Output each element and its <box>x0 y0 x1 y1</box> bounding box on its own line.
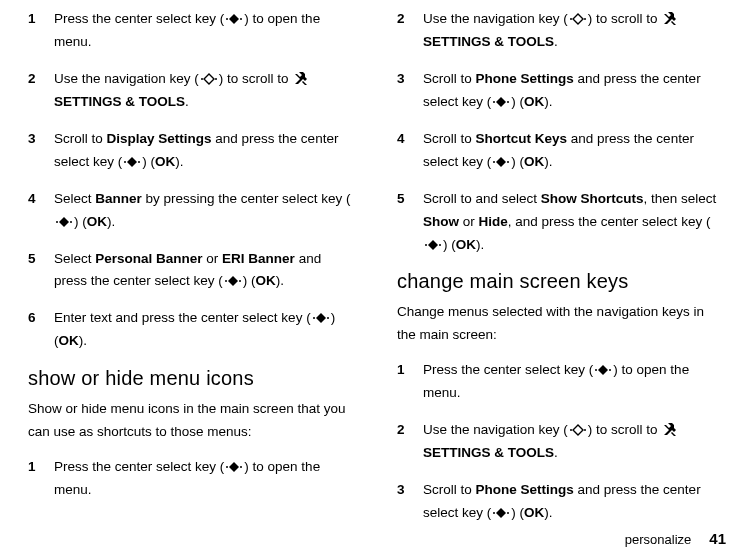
center-select-key-icon <box>224 275 242 287</box>
center-select-key-icon <box>492 96 510 108</box>
svg-point-2 <box>201 78 203 80</box>
instruction-step: 4Scroll to Shortcut Keys and press the c… <box>397 128 726 174</box>
svg-point-5 <box>138 161 140 163</box>
instruction-step: 3Scroll to Phone Settings and press the … <box>397 479 726 525</box>
step-text: Select Personal Banner or ERI Banner and… <box>54 248 357 294</box>
svg-point-1 <box>240 18 242 20</box>
center-select-key-icon <box>312 312 330 324</box>
footer: personalize41 <box>625 530 726 547</box>
step-text: Use the navigation key () to scroll to S… <box>54 68 357 114</box>
bold-term: OK <box>524 94 544 109</box>
step-number: 1 <box>28 456 54 502</box>
step-number: 3 <box>397 479 423 525</box>
instruction-step: 2Use the navigation key () to scroll to … <box>397 419 726 465</box>
svg-point-13 <box>240 466 242 468</box>
svg-point-21 <box>439 244 441 246</box>
svg-point-18 <box>493 161 495 163</box>
instruction-step: 1Press the center select key () to open … <box>397 359 726 405</box>
svg-point-24 <box>570 429 572 431</box>
bold-term: ERI Banner <box>222 251 295 266</box>
step-number: 5 <box>397 188 423 257</box>
svg-point-11 <box>327 317 329 319</box>
settings-tools-icon <box>662 12 678 26</box>
svg-point-4 <box>124 161 126 163</box>
step-number: 2 <box>397 8 423 54</box>
right-column: 2Use the navigation key () to scroll to … <box>397 8 726 539</box>
instruction-step: 4Select Banner by pressing the center se… <box>28 188 357 234</box>
settings-tools-icon <box>293 72 309 86</box>
step-number: 6 <box>28 307 54 353</box>
bold-term: SETTINGS & TOOLS <box>423 445 554 460</box>
step-number: 3 <box>397 68 423 114</box>
step-text: Select Banner by pressing the center sel… <box>54 188 357 234</box>
step-text: Enter text and press the center select k… <box>54 307 357 353</box>
instruction-step: 1Press the center select key () to open … <box>28 8 357 54</box>
bold-term: SETTINGS & TOOLS <box>54 94 185 109</box>
settings-tools-icon <box>662 423 678 437</box>
section-heading: show or hide menu icons <box>28 367 357 390</box>
footer-page-number: 41 <box>709 530 726 547</box>
instruction-step: 2Use the navigation key () to scroll to … <box>28 68 357 114</box>
svg-point-23 <box>609 369 611 371</box>
bold-term: Display Settings <box>107 131 212 146</box>
svg-point-9 <box>239 280 241 282</box>
step-text: Press the center select key () to open t… <box>54 8 357 54</box>
svg-point-12 <box>226 466 228 468</box>
instruction-step: 2Use the navigation key () to scroll to … <box>397 8 726 54</box>
center-select-key-icon <box>123 156 141 168</box>
svg-point-27 <box>507 512 509 514</box>
svg-point-26 <box>493 512 495 514</box>
bold-term: SETTINGS & TOOLS <box>423 34 554 49</box>
step-text: Scroll to Display Settings and press the… <box>54 128 357 174</box>
bold-term: Hide <box>479 214 508 229</box>
svg-point-17 <box>507 101 509 103</box>
step-text: Use the navigation key () to scroll to S… <box>423 419 726 465</box>
svg-point-3 <box>215 78 217 80</box>
step-number: 3 <box>28 128 54 174</box>
section-intro: Change menus selected with the navigatio… <box>397 301 726 347</box>
footer-section-label: personalize <box>625 532 692 547</box>
step-number: 4 <box>397 128 423 174</box>
navigation-key-icon <box>569 13 587 25</box>
step-number: 1 <box>397 359 423 405</box>
navigation-key-icon <box>569 424 587 436</box>
step-number: 5 <box>28 248 54 294</box>
svg-point-22 <box>595 369 597 371</box>
instruction-step: 5Scroll to and select Show Shortcuts, th… <box>397 188 726 257</box>
step-number: 2 <box>28 68 54 114</box>
step-number: 4 <box>28 188 54 234</box>
svg-point-14 <box>570 18 572 20</box>
bold-term: Show Shortcuts <box>541 191 644 206</box>
bold-term: OK <box>524 154 544 169</box>
svg-point-0 <box>226 18 228 20</box>
step-text: Scroll to and select Show Shortcuts, the… <box>423 188 726 257</box>
bold-term: OK <box>155 154 175 169</box>
step-text: Use the navigation key () to scroll to S… <box>423 8 726 54</box>
svg-point-15 <box>584 18 586 20</box>
step-text: Press the center select key () to open t… <box>423 359 726 405</box>
bold-term: Shortcut Keys <box>476 131 568 146</box>
bold-term: Phone Settings <box>476 71 574 86</box>
center-select-key-icon <box>594 364 612 376</box>
step-text: Scroll to Phone Settings and press the c… <box>423 479 726 525</box>
instruction-step: 1Press the center select key () to open … <box>28 456 357 502</box>
bold-term: OK <box>59 333 79 348</box>
bold-term: Banner <box>95 191 142 206</box>
instruction-step: 3Scroll to Phone Settings and press the … <box>397 68 726 114</box>
step-text: Scroll to Phone Settings and press the c… <box>423 68 726 114</box>
bold-term: OK <box>456 237 476 252</box>
center-select-key-icon <box>55 216 73 228</box>
center-select-key-icon <box>492 507 510 519</box>
svg-point-16 <box>493 101 495 103</box>
section-heading: change main screen keys <box>397 270 726 293</box>
instruction-step: 3Scroll to Display Settings and press th… <box>28 128 357 174</box>
bold-term: Show <box>423 214 459 229</box>
svg-point-20 <box>425 244 427 246</box>
svg-point-6 <box>56 221 58 223</box>
instruction-step: 6Enter text and press the center select … <box>28 307 357 353</box>
svg-point-10 <box>313 317 315 319</box>
bold-term: Phone Settings <box>476 482 574 497</box>
center-select-key-icon <box>492 156 510 168</box>
step-text: Press the center select key () to open t… <box>54 456 357 502</box>
svg-point-7 <box>70 221 72 223</box>
